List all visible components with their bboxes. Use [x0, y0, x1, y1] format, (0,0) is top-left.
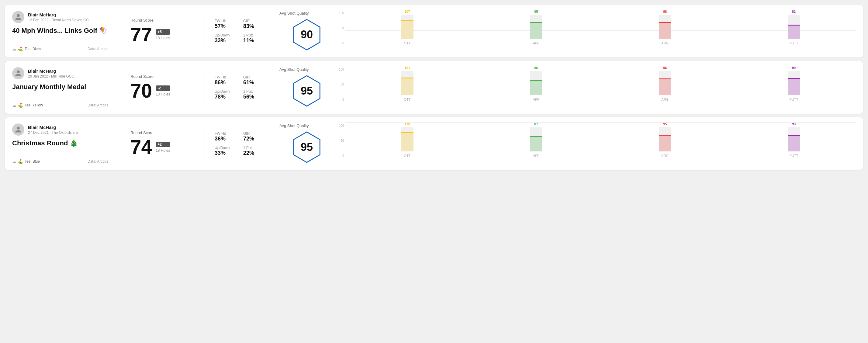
person-icon: [14, 13, 22, 21]
gir-label: GIR: [243, 19, 265, 23]
bar-group-putt: 99 PUTT: [732, 66, 856, 101]
one-putt-value: 56%: [243, 94, 265, 100]
gir-value: 61%: [243, 80, 265, 86]
round-card-card1: Blair McHarg 12 Feb 2022 · Royal North D…: [5, 5, 863, 58]
bar-bg-putt: [788, 79, 800, 95]
bar-group-ott: 110 OTT: [345, 122, 469, 157]
bar-xlabel-arg: ARG: [661, 154, 669, 157]
fw-hit-stat: FW Hit 57%: [215, 19, 236, 30]
gir-label: GIR: [243, 131, 265, 136]
middle-section: Round Score 74 +2 18 Holes: [130, 123, 197, 164]
bar-bg-arg: [659, 136, 671, 151]
bar-value-arg: 98: [663, 10, 667, 13]
bar-value-putt: 93: [792, 122, 796, 126]
y-label-100: 100: [339, 124, 344, 127]
y-label-100: 100: [339, 68, 344, 71]
bar-value-ott: 110: [404, 122, 410, 126]
bar-line-arg: [659, 79, 671, 80]
bars-container: 110 OTT 87: [345, 122, 856, 164]
user-info: Blair McHarg 29 Jan 2022 · Mill Ride GCC: [12, 67, 108, 80]
tee-label: Tee: Blue: [25, 159, 40, 164]
bar-wrapper-app: [530, 14, 542, 39]
bar-value-putt: 82: [792, 10, 796, 13]
data-source: Data: Arccos: [88, 159, 108, 164]
score-holes: 18 Holes: [156, 36, 170, 40]
bar-xlabel-putt: PUTT: [789, 98, 798, 101]
bar-group-app: 86 APP: [474, 66, 598, 101]
avatar: [12, 11, 24, 23]
avg-shot-quality-label: Avg Shot Quality: [279, 123, 309, 128]
grid-line-50: [345, 30, 856, 31]
weather-icon: ☁ ⛳: [12, 159, 23, 164]
fw-hit-stat: FW Hit 86%: [215, 75, 236, 86]
bar-value-arg: 95: [663, 122, 667, 126]
bar-group-arg: 96 ARG: [603, 66, 727, 101]
left-section: Blair McHarg 29 Jan 2022 · Mill Ride GCC…: [12, 67, 116, 107]
fw-hit-value: 86%: [215, 80, 236, 86]
one-putt-value: 11%: [243, 37, 265, 44]
score-meta: +5 18 Holes: [156, 29, 170, 40]
bar-xlabel-putt: PUTT: [789, 41, 798, 45]
quality-section: Avg Shot Quality 95: [279, 67, 334, 107]
user-name: Blair McHarg: [28, 125, 78, 130]
bar-chart: 100 50 0 110 OTT: [339, 124, 856, 164]
score-meta: -2 18 Holes: [156, 86, 170, 96]
fw-hit-value: 36%: [215, 136, 236, 142]
bar-xlabel-app: APP: [533, 98, 539, 101]
bar-group-arg: 98 ARG: [603, 10, 727, 45]
score-badge: +5: [156, 29, 170, 35]
tee-info: ☁ ⛳ Tee: Black: [12, 46, 41, 52]
score-number: 74: [130, 137, 152, 157]
left-section: Blair McHarg 27 Dec 2021 · The Oxfordshi…: [12, 123, 116, 164]
bar-group-app: 95 APP: [474, 10, 598, 45]
data-source: Data: Arccos: [88, 103, 108, 107]
bar-bg-ott: [401, 79, 413, 95]
gir-value: 72%: [243, 136, 265, 142]
quality-section: Avg Shot Quality 95: [279, 123, 334, 164]
quality-section: Avg Shot Quality 90: [279, 11, 334, 52]
bar-group-putt: 82 PUTT: [732, 10, 856, 45]
y-label-50: 50: [339, 139, 344, 142]
one-putt-stat: 1 Putt 22%: [243, 146, 265, 156]
round-title: January Monthly Medal: [12, 83, 108, 91]
bottom-meta: ☁ ⛳ Tee: Blue Data: Arccos: [12, 159, 108, 164]
bar-wrapper-arg: [659, 14, 671, 39]
chart-section: 100 50 0 107 OTT: [334, 11, 856, 52]
score-row: 74 +2 18 Holes: [130, 137, 197, 157]
score-badge: +2: [156, 142, 170, 147]
bar-line-putt: [788, 25, 800, 26]
bottom-meta: ☁ ⛳ Tee: Black Data: Arccos: [12, 46, 108, 52]
hexagon-container: 95: [290, 130, 323, 164]
bar-bg-arg: [659, 80, 671, 95]
avatar: [12, 67, 24, 80]
divider-2: [205, 11, 205, 52]
bar-line-app: [530, 136, 542, 137]
grid-line-100: [345, 10, 856, 10]
bar-line-app: [530, 22, 542, 23]
updown-value: 33%: [215, 150, 236, 156]
hexagon-score: 90: [301, 28, 313, 41]
gir-stat: GIR 72%: [243, 131, 265, 142]
user-name: Blair McHarg: [28, 68, 74, 73]
stats-grid: FW Hit 36% GIR 72% Up/Down 33% 1 Putt 22…: [215, 131, 265, 156]
y-label-0: 0: [339, 154, 344, 157]
fw-hit-label: FW Hit: [215, 75, 236, 80]
bar-value-app: 87: [534, 122, 538, 126]
updown-value: 78%: [215, 94, 236, 100]
bar-value-app: 95: [534, 10, 538, 13]
one-putt-stat: 1 Putt 11%: [243, 33, 265, 44]
updown-stat: Up/Down 33%: [215, 33, 236, 44]
weather-icon: ☁ ⛳: [12, 103, 23, 107]
user-details: Blair McHarg 29 Jan 2022 · Mill Ride GCC: [28, 68, 74, 79]
tee-label: Tee: Black: [25, 47, 41, 51]
tee-info: ☁ ⛳ Tee: Blue: [12, 159, 40, 164]
bar-bg-app: [530, 23, 542, 39]
chart-y-axis: 100 50 0: [339, 68, 344, 107]
score-holes: 18 Holes: [156, 92, 170, 96]
bar-bg-arg: [659, 23, 671, 39]
score-row: 77 +5 18 Holes: [130, 25, 197, 44]
fw-hit-label: FW Hit: [215, 19, 236, 23]
person-icon: [14, 70, 22, 77]
gir-label: GIR: [243, 75, 265, 80]
divider-2: [205, 67, 205, 107]
